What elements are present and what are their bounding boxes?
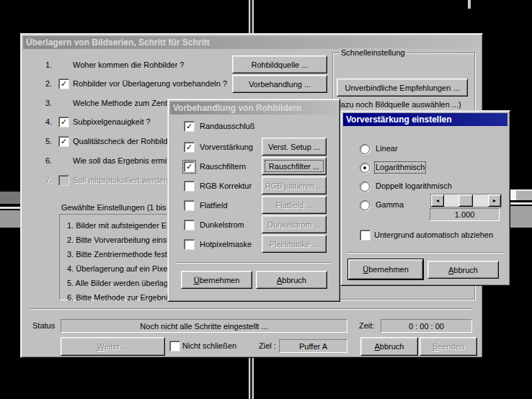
background-window-fragment — [0, 207, 20, 209]
radio-label[interactable]: Doppelt logarithmisch — [376, 181, 452, 191]
background-window-fragment — [507, 206, 532, 228]
preprocess-dialog-title: Vorbehandlung von Rohbildern — [173, 103, 301, 113]
step-number: 6. — [45, 156, 52, 166]
logarithmisch-radio[interactable] — [360, 163, 370, 173]
verst-setup-button[interactable]: Verst. Setup ... — [262, 138, 327, 156]
gamma-value-field: 1.000 — [430, 208, 500, 221]
beenden-button[interactable]: Beenden — [420, 337, 477, 356]
gamma-scrollbar[interactable]: ◄ ► — [430, 194, 502, 207]
step-checkbox[interactable] — [58, 175, 69, 186]
checkmark-icon: ✓ — [61, 80, 67, 88]
randausschluss-checkbox[interactable]: ✓ — [184, 121, 195, 132]
step-number: 7. — [45, 176, 52, 185]
gain-dialog-titlebar[interactable]: Vorverstärkung einstellen — [343, 113, 507, 126]
nicht-schliessen-label[interactable]: Nicht schließen — [182, 341, 236, 351]
doppelt-logarithmisch-radio[interactable] — [360, 181, 370, 192]
main-dialog-titlebar[interactable]: Überlagern von Bildserien, Schritt für S… — [23, 36, 480, 49]
rauschfilter-button[interactable]: Rauschfilter ... — [262, 157, 327, 175]
gain-dialog-title: Vorverstärkung einstellen — [346, 115, 452, 125]
checkmark-icon: ✓ — [186, 163, 192, 171]
step-checkbox[interactable]: ✓ — [58, 136, 69, 147]
scrollbar-right-arrow[interactable]: ► — [488, 194, 501, 207]
weiter-button[interactable]: Weiter ... — [61, 337, 165, 356]
step-number: 3. — [45, 99, 52, 108]
step-label: Wie soll das Ergebnis ermitte — [73, 156, 175, 166]
separator — [347, 252, 504, 253]
status-field: Noch nicht alle Schritte eingestellt ... — [61, 319, 347, 333]
settings-list-label: Gewählte Einstellungen (1 bis 6 — [61, 203, 173, 212]
background-window-fragment — [0, 192, 20, 204]
abbruch-button[interactable]: Abbruch — [427, 261, 499, 279]
uebernehmen-button[interactable]: Übernehmen — [348, 259, 423, 279]
background-window-fragment — [0, 210, 20, 228]
checkmark-icon: ✓ — [61, 118, 67, 126]
step-checkbox[interactable]: ✓ — [58, 79, 69, 89]
checkbox-label[interactable]: Rauschfiltern — [200, 162, 246, 171]
rgb-korrektur-checkbox[interactable] — [184, 181, 195, 192]
separator — [30, 308, 472, 309]
abbruch-button[interactable]: Abbruch — [256, 271, 327, 289]
step-label: Rohbilder vor Überlagerung vorbehandeln … — [73, 79, 227, 89]
radio-label[interactable]: Gamma — [376, 200, 404, 210]
arrow-right-icon: ► — [492, 198, 497, 203]
step-number: 5. — [45, 137, 52, 146]
rauschfiltern-checkbox[interactable]: ✓ — [184, 161, 195, 172]
rohbildquelle-button[interactable]: Rohbildquelle ... — [232, 55, 327, 73]
dunkelstrom-checkbox[interactable] — [184, 220, 195, 230]
checkbox-label[interactable]: Vorverstärkung — [200, 143, 253, 152]
nicht-schliessen-checkbox[interactable] — [169, 341, 180, 351]
background-window-fragment — [468, 0, 471, 9]
checkbox-label[interactable]: RGB Korrektur — [200, 181, 252, 191]
step-number: 4. — [45, 117, 52, 127]
checkbox-label[interactable]: Flatfield — [200, 201, 228, 210]
radio-label[interactable]: Linear — [376, 144, 398, 153]
step-label: Qualitätscheck der Rohbilde — [73, 137, 172, 146]
ziel-field: Puffer A — [279, 339, 347, 353]
scrollbar-thumb[interactable] — [458, 194, 473, 207]
uebernehmen-button[interactable]: Übernehmen — [181, 271, 252, 289]
main-dialog-title: Überlagern von Bildserien, Schritt für S… — [26, 37, 210, 48]
gamma-radio[interactable] — [360, 200, 370, 210]
separator — [175, 262, 331, 263]
step-label: Subpixelgenauigkeit ? — [73, 117, 151, 127]
background-window-fragment — [516, 191, 532, 200]
step-number: 1. — [45, 60, 52, 70]
quick-settings-group-label: Schnelleinstellung — [339, 48, 407, 57]
vorverstaerkung-checkbox[interactable]: ✓ — [184, 142, 195, 153]
checkbox-label[interactable]: Dunkelstrom — [200, 220, 244, 230]
hotpixelmaske-checkbox[interactable] — [184, 239, 195, 250]
radio-label[interactable]: Logarithmisch — [376, 163, 425, 172]
scrollbar-left-arrow[interactable]: ◄ — [431, 194, 444, 207]
checkmark-icon: ✓ — [186, 122, 192, 130]
abbruch-button[interactable]: Abbruch — [360, 337, 418, 356]
pixelmaske-button[interactable]: Pixelmaske ... — [262, 235, 327, 253]
preprocess-dialog: Vorbehandlung von Rohbildern ✓ Randaussc… — [167, 99, 340, 302]
background-window-fragment — [507, 202, 532, 205]
dunkelstrom-button[interactable]: Dunkelstrom ... — [262, 215, 327, 233]
preprocess-dialog-titlebar[interactable]: Vorbehandlung von Rohbildern — [170, 102, 337, 115]
step-number: 2. — [45, 79, 52, 89]
status-label: Status — [32, 321, 55, 331]
radio-dot-icon — [363, 166, 366, 169]
gain-dialog: Vorverstärkung einstellen Linear Logarit… — [340, 110, 510, 286]
step-checkbox[interactable]: ✓ — [58, 117, 69, 127]
step-label: Soll mitprotokolliert werden ? — [73, 176, 174, 185]
untergrund-checkbox-label[interactable]: Untergrund automatisch abziehen — [374, 230, 493, 240]
flatfield-button[interactable]: Flatfield ... — [262, 196, 327, 214]
checkmark-icon: ✓ — [186, 143, 192, 151]
checkbox-label[interactable]: Hotpixelmaske — [200, 240, 252, 249]
empfehlungen-button[interactable]: Unverbindliche Empfehlungen ... — [337, 79, 468, 97]
step-label: Welche Methode zum Zentr — [73, 99, 170, 108]
arrow-left-icon: ◄ — [435, 198, 440, 203]
quick-settings-hint: (dazu noch Bildquelle auswählen ...) — [334, 100, 461, 109]
step-label: Woher kommen die Rohbilder ? — [73, 60, 184, 70]
flatfield-checkbox[interactable] — [184, 200, 195, 211]
time-field: 0 : 00 : 00 — [381, 319, 472, 333]
vorbehandlung-button[interactable]: Vorbehandlung ... — [232, 75, 327, 93]
rgb-justieren-button[interactable]: RGB justieren ... — [262, 176, 327, 194]
time-label: Zeit: — [359, 321, 374, 331]
checkbox-label[interactable]: Randausschluß — [200, 122, 254, 131]
ziel-label: Ziel : — [259, 341, 276, 351]
untergrund-checkbox[interactable] — [360, 230, 371, 241]
linear-radio[interactable] — [360, 144, 370, 154]
